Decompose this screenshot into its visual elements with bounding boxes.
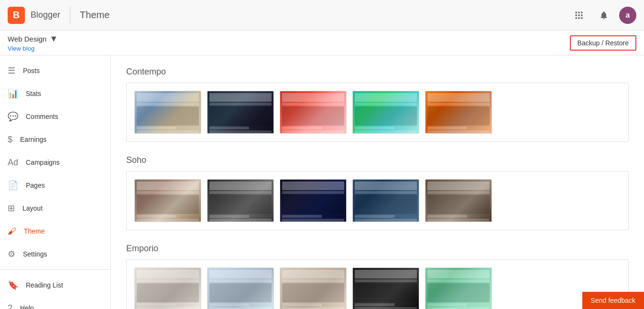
- theme-mock-line: [282, 103, 344, 106]
- theme-thumb-st5[interactable]: [425, 179, 492, 222]
- theme-mock-header: [209, 181, 272, 190]
- svg-rect-2: [581, 11, 582, 13]
- theme-mock-line: [355, 279, 417, 282]
- comments-icon: 💬: [8, 111, 18, 122]
- theme-mock-line-short: [209, 215, 249, 218]
- section-title-soho: Soho: [126, 155, 629, 165]
- theme-thumb-ct1[interactable]: [134, 91, 201, 134]
- theme-inner-st2: [207, 181, 273, 222]
- theme-inner-ct2: [207, 93, 273, 134]
- svg-rect-3: [576, 14, 577, 16]
- theme-mock-img: [209, 283, 272, 302]
- theme-mock-line-2: [427, 307, 490, 309]
- sidebar-item-layout[interactable]: ⊞Layout: [0, 197, 110, 220]
- theme-mock-header: [282, 181, 344, 190]
- theme-inner-ct3: [280, 93, 346, 134]
- theme-thumb-st4[interactable]: [352, 179, 419, 222]
- theme-mock-line-short: [209, 127, 249, 129]
- theme-mock-line-2: [282, 219, 344, 222]
- grid-icon-button[interactable]: [569, 6, 589, 25]
- header-icons: a: [569, 6, 636, 25]
- notifications-icon-button[interactable]: [594, 6, 613, 25]
- theme-inner-et3: [280, 270, 346, 309]
- themes-section-emporio: [126, 259, 629, 309]
- sidebar-item-stats[interactable]: 📊Stats: [0, 82, 110, 105]
- view-blog-link[interactable]: View blog: [8, 45, 58, 52]
- blog-name: Web Design: [8, 35, 46, 43]
- sidebar-item-comments[interactable]: 💬Comments: [0, 105, 110, 128]
- sidebar-item-reading-list[interactable]: 🔖Reading List: [0, 274, 110, 297]
- blogger-logo: B: [8, 7, 25, 24]
- app-name: Blogger: [31, 10, 60, 20]
- sidebar-item-settings[interactable]: ⚙Settings: [0, 243, 110, 266]
- theme-thumb-st1[interactable]: [134, 179, 201, 222]
- theme-mock-line: [427, 191, 490, 194]
- theme-mock-line-short: [427, 303, 467, 306]
- theme-mock-header: [209, 270, 272, 278]
- theme-thumb-st3[interactable]: [280, 179, 347, 222]
- sidebar-item-pages[interactable]: 📄Pages: [0, 174, 110, 197]
- sidebar-item-earnings[interactable]: $Earnings: [0, 128, 110, 151]
- theme-thumb-ct3[interactable]: [280, 91, 347, 134]
- theme-mock-line-2: [355, 130, 417, 133]
- help-icon: ?: [8, 303, 12, 309]
- svg-rect-7: [578, 17, 579, 19]
- theme-mock-header: [282, 93, 344, 102]
- theme-inner-et4: [353, 270, 419, 309]
- theme-thumb-ct5[interactable]: [425, 91, 492, 134]
- content-area: Contempo: [111, 55, 644, 309]
- theme-mock-header: [355, 181, 417, 190]
- theme-mock-line-2: [427, 130, 490, 133]
- theme-thumb-ct2[interactable]: [207, 91, 274, 134]
- theme-mock-line: [355, 191, 417, 194]
- theme-mock-line-2: [282, 307, 344, 309]
- theme-mock-line: [427, 103, 490, 106]
- theme-inner-st1: [135, 181, 201, 222]
- user-avatar-button[interactable]: a: [619, 7, 636, 24]
- theme-thumb-ct4[interactable]: [352, 91, 419, 134]
- theme-thumb-st2[interactable]: [207, 179, 274, 222]
- theme-mock-line-short: [137, 303, 176, 306]
- theme-mock-header: [355, 270, 417, 278]
- theme-thumb-et1[interactable]: [134, 267, 201, 309]
- theme-mock-img: [355, 283, 417, 302]
- sidebar-item-campaigns[interactable]: AdCampaigns: [0, 151, 110, 174]
- sidebar-item-theme[interactable]: 🖌Theme: [0, 220, 110, 243]
- theme-mock-line-short: [282, 303, 322, 306]
- theme-thumb-et3[interactable]: [280, 267, 347, 309]
- sidebar-label-comments: Comments: [26, 113, 58, 120]
- theme-mock-header: [137, 93, 199, 102]
- theme-mock-line-short: [355, 215, 394, 218]
- theme-thumb-et4[interactable]: [352, 267, 419, 309]
- svg-rect-1: [578, 11, 579, 13]
- sidebar-label-help: Help: [20, 304, 34, 309]
- theme-mock-header: [209, 93, 272, 102]
- backup-restore-button[interactable]: Backup / Restore: [570, 35, 636, 51]
- theme-mock-line-2: [209, 130, 272, 133]
- page-title: Theme: [80, 10, 569, 21]
- theme-mock-line: [137, 279, 199, 282]
- logo-letter: B: [13, 10, 20, 21]
- layout-icon: ⊞: [8, 203, 15, 213]
- svg-rect-8: [581, 17, 582, 19]
- theme-inner-ct4: [353, 93, 419, 134]
- theme-mock-line: [282, 191, 344, 194]
- theme-thumb-et5[interactable]: [425, 267, 492, 309]
- sidebar-label-stats: Stats: [26, 90, 41, 97]
- theme-mock-line: [355, 103, 417, 106]
- theme-inner-ct1: [135, 93, 201, 134]
- sidebar-label-reading-list: Reading List: [26, 281, 63, 289]
- theme-thumb-et2[interactable]: [207, 267, 274, 309]
- blog-dropdown-icon[interactable]: ▼: [49, 34, 58, 44]
- stats-icon: 📊: [8, 88, 18, 99]
- blog-name-area: Web Design ▼: [8, 34, 58, 44]
- theme-mock-header: [137, 181, 199, 190]
- section-title-emporio: Emporio: [126, 244, 629, 254]
- theme-mock-line-short: [427, 127, 467, 129]
- sidebar-item-help[interactable]: ?Help: [0, 297, 110, 309]
- sidebar-item-posts[interactable]: ☰Posts: [0, 59, 110, 82]
- svg-rect-0: [576, 11, 577, 13]
- theme-mock-line-2: [209, 307, 272, 309]
- send-feedback-button[interactable]: Send feedback: [582, 292, 644, 309]
- theme-mock-line-2: [355, 307, 417, 309]
